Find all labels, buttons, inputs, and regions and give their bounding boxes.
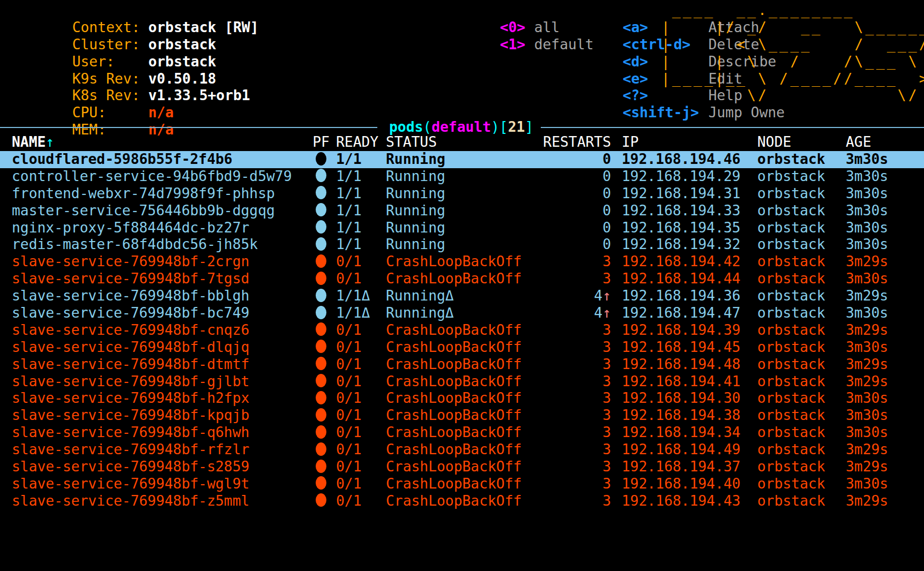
pod-restarts: 3 [542, 373, 611, 390]
pod-name: slave-service-769948bf-dlqjq [12, 339, 249, 356]
pod-row[interactable]: slave-service-769948bf-h2fpx 0/1 CrashLo… [0, 390, 924, 407]
pod-node: orbstack [757, 356, 825, 373]
pod-row[interactable]: slave-service-769948bf-cnqz6 0/1 CrashLo… [0, 322, 924, 339]
pod-ready: 0/1 [336, 441, 362, 459]
hotkey-key: <shift-j> [623, 104, 709, 122]
restart-count: 3 [602, 493, 611, 509]
pod-row[interactable]: slave-service-769948bf-bblgh 1/1Δ Runnin… [0, 288, 924, 305]
pod-name: slave-service-769948bf-gjlbt [12, 373, 249, 390]
pod-node: orbstack [757, 459, 825, 476]
pod-status: CrashLoopBackOff [386, 493, 521, 510]
info-value: v0.50.18 [148, 71, 217, 87]
pod-row[interactable]: slave-service-769948bf-s2859 0/1 CrashLo… [0, 459, 924, 476]
status-dot-icon [316, 425, 326, 439]
pod-age: 3m30s [846, 407, 888, 424]
status-dot-icon [316, 391, 326, 404]
resource-name: pods [389, 119, 423, 135]
pod-ip: 192.168.194.34 [622, 424, 741, 441]
pod-restarts: 0 [542, 185, 611, 202]
status-dot-icon [316, 220, 326, 234]
pod-node: orbstack [757, 373, 825, 390]
table-header-row: NAME↑ PF READY STATUS RESTARTS IP NODE A… [0, 134, 924, 151]
pod-status: Running [386, 220, 445, 237]
pf-indicator [312, 493, 330, 510]
pod-node: orbstack [757, 322, 825, 339]
pod-ready: 0/1 [336, 373, 362, 390]
pod-node: orbstack [757, 185, 825, 202]
pod-row[interactable]: slave-service-769948bf-z5mml 0/1 CrashLo… [0, 493, 924, 510]
pod-row[interactable]: slave-service-769948bf-kpqjb 0/1 CrashLo… [0, 407, 924, 424]
pod-ip: 192.168.194.47 [622, 305, 741, 322]
pod-restarts: 3 [542, 441, 611, 459]
paren: ) [491, 119, 500, 135]
pod-row[interactable]: master-service-756446bb9b-dggqg 1/1 Runn… [0, 202, 924, 220]
pf-indicator [312, 151, 330, 168]
status-dot-icon [316, 322, 326, 336]
pod-row[interactable]: slave-service-769948bf-7tgsd 0/1 CrashLo… [0, 271, 924, 288]
pod-ready: 1/1 [336, 168, 362, 185]
info-value: orbstack [148, 54, 217, 70]
pf-indicator [312, 271, 330, 288]
pod-name: slave-service-769948bf-h2fpx [12, 390, 249, 407]
pod-row[interactable]: slave-service-769948bf-dlqjq 0/1 CrashLo… [0, 339, 924, 356]
pod-ready: 1/1Δ [336, 288, 370, 305]
pod-age: 3m30s [846, 185, 888, 202]
restart-count: 0 [602, 202, 611, 219]
pod-row[interactable]: slave-service-769948bf-2crgn 0/1 CrashLo… [0, 253, 924, 271]
pod-status: CrashLoopBackOff [386, 373, 521, 390]
pod-name: slave-service-769948bf-rfzlr [12, 441, 249, 459]
pod-name: slave-service-769948bf-z5mml [12, 493, 249, 510]
pod-row[interactable]: controller-service-94b6fbd9-d5w79 1/1 Ru… [0, 168, 924, 185]
pod-node: orbstack [757, 441, 825, 459]
k9s-logo-line: \/ \/ [661, 87, 924, 104]
pod-name: slave-service-769948bf-kpqjb [12, 407, 249, 424]
pf-indicator [312, 441, 330, 459]
pod-age: 3m30s [846, 390, 888, 407]
pod-row[interactable]: slave-service-769948bf-q6hwh 0/1 CrashLo… [0, 424, 924, 441]
pod-age: 3m30s [846, 202, 888, 220]
pod-row[interactable]: slave-service-769948bf-rfzlr 0/1 CrashLo… [0, 441, 924, 459]
pod-row[interactable]: frontend-webxr-74d7998f9f-phhsp 1/1 Runn… [0, 185, 924, 202]
pod-ready: 0/1 [336, 407, 362, 424]
restart-count: 3 [602, 407, 611, 423]
pod-restarts: 0 [542, 168, 611, 185]
pod-status: Running [386, 151, 445, 168]
pod-status: CrashLoopBackOff [386, 459, 521, 476]
pod-restarts: 0 [542, 236, 611, 253]
pod-age: 3m30s [846, 305, 888, 322]
pod-ready: 0/1 [336, 356, 362, 373]
pod-ip: 192.168.194.37 [622, 459, 741, 476]
pod-node: orbstack [757, 151, 825, 168]
status-dot-icon [316, 374, 326, 387]
column-header-pf: PF [312, 134, 330, 151]
pod-name: nginx-proxy-5f884464dc-bz27r [12, 220, 249, 237]
info-label: CPU: [72, 104, 148, 122]
pod-row[interactable]: slave-service-769948bf-dtmtf 0/1 CrashLo… [0, 356, 924, 373]
namespace-hotkey: <1> [500, 36, 534, 54]
pod-row[interactable]: nginx-proxy-5f884464dc-bz27r 1/1 Running… [0, 220, 924, 237]
pf-indicator [312, 390, 330, 407]
panel-border-left [0, 127, 377, 128]
pod-status: RunningΔ [386, 305, 454, 322]
pod-table-body: cloudflared-5986b55f-2f4b6 1/1 Running 0… [0, 151, 924, 510]
pod-row[interactable]: slave-service-769948bf-wgl9t 0/1 CrashLo… [0, 476, 924, 493]
pod-row[interactable]: redis-master-68f4dbdc56-jh85k 1/1 Runnin… [0, 236, 924, 253]
pod-row[interactable]: cloudflared-5986b55f-2f4b6 1/1 Running 0… [0, 151, 924, 168]
pod-name: slave-service-769948bf-2crgn [12, 253, 249, 271]
pod-node: orbstack [757, 271, 825, 288]
pod-row[interactable]: slave-service-769948bf-bc749 1/1Δ Runnin… [0, 305, 924, 322]
pod-node: orbstack [757, 305, 825, 322]
status-dot-icon [316, 357, 326, 370]
pf-indicator [312, 185, 330, 202]
pod-age: 3m30s [846, 236, 888, 253]
cluster-info-line: Context:orbstack [RW] [4, 2, 259, 19]
pod-row[interactable]: slave-service-769948bf-gjlbt 0/1 CrashLo… [0, 373, 924, 390]
status-dot-icon [316, 289, 326, 302]
status-dot-icon [316, 203, 326, 216]
column-header-ip: IP [622, 134, 639, 151]
pod-age: 3m30s [846, 151, 888, 168]
pf-indicator [312, 322, 330, 339]
status-dot-icon [316, 272, 326, 285]
pod-ip: 192.168.194.35 [622, 220, 741, 237]
pod-restarts: 4↑ [542, 288, 611, 305]
